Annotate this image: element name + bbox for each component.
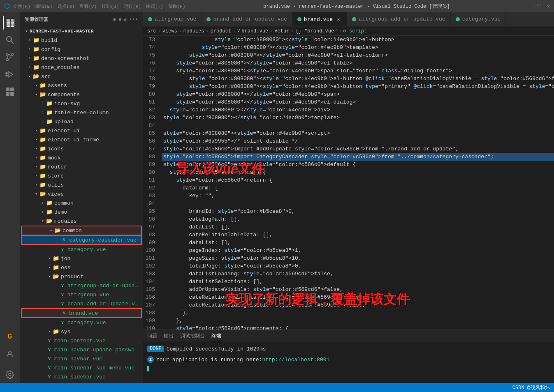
menu-help[interactable]: 帮助(H) (168, 3, 185, 9)
tree-item-element-ui-theme[interactable]: › 📁 element-ui-theme (20, 135, 143, 144)
code-editor[interactable]: 导入该vue文件 实现了新的逻辑，覆盖掉该文件 73 style="color:… (143, 36, 554, 330)
tree-item-category-vue2[interactable]: V category.vue (20, 245, 143, 254)
bc-views[interactable]: views (162, 28, 177, 34)
tree-item-modules[interactable]: ▾ 📂 modules (20, 217, 143, 226)
explorer-activity-icon[interactable] (3, 16, 17, 30)
tree-item-store[interactable]: › 📁 store (20, 171, 143, 180)
tree-item-assets[interactable]: › 📁 assets (20, 81, 143, 90)
tree-item-utils[interactable]: › 📁 utils (20, 180, 143, 189)
bc-modules[interactable]: modules (183, 28, 204, 34)
search-activity-icon[interactable] (3, 33, 17, 47)
menu-run[interactable]: 运行(R) (124, 3, 141, 9)
folder-icon: 📁 (53, 255, 59, 262)
folder-icon: 📁 (39, 145, 46, 152)
tree-item-src[interactable]: ▾ 📂 src (20, 72, 143, 81)
line-code: catelogPath: [], (162, 215, 554, 223)
git-activity-icon[interactable] (3, 50, 17, 64)
tree-item-element-ui[interactable]: › 📁 element-ui (20, 126, 143, 135)
tree-item-brand-vue[interactable]: V brand.vue (21, 309, 141, 318)
tree-item-router[interactable]: › 📁 router (20, 162, 143, 171)
settings-icon[interactable] (3, 367, 17, 381)
tree-item-attrgroup-add[interactable]: V attrgroup-add-or-update.vue (20, 281, 143, 290)
tree-item-brand-add[interactable]: V brand-add-or-update.vue (20, 299, 143, 308)
panel-tab-terminal[interactable]: 终端 (211, 330, 221, 342)
demo-screenshot-arrow: › (26, 55, 33, 62)
bc-script[interactable]: ⚙ script (343, 28, 367, 34)
gitlens-activity-icon[interactable]: G (3, 330, 17, 344)
line-number: 102 (143, 262, 162, 270)
tree-item-demo[interactable]: › 📁 demo (20, 208, 143, 217)
tab-category[interactable]: category.vue (451, 12, 506, 26)
panel-done-line: DONE Compiled successfully in 1029ms (147, 345, 550, 353)
new-file-icon[interactable]: ⊕ (113, 17, 116, 22)
folder-icon: 📁 (46, 200, 53, 206)
panel-tab-output[interactable]: 输出 (164, 330, 174, 342)
tree-item-mock[interactable]: › 📁 mock (20, 153, 143, 162)
tree-item-demo-screenshot[interactable]: › 📁 demo-screenshot (20, 54, 143, 63)
vue-file-icon: V (59, 282, 66, 289)
folder-icon: 📁 (46, 109, 53, 116)
tree-item-main-navbar[interactable]: V main-navbar.vue (20, 354, 143, 363)
tree-item-config[interactable]: › 📁 config (20, 45, 143, 54)
more-actions-icon[interactable]: ••• (130, 17, 138, 22)
tree-item-main-navbar-update[interactable]: V main-navbar-update-password.vue (20, 345, 143, 354)
tree-item-node-modules[interactable]: › 📁 node_modules (20, 63, 143, 72)
line-number: 88 (143, 153, 162, 161)
tab-brand-add[interactable]: brand-add-or-update.vue (202, 12, 292, 26)
tab-brand[interactable]: brand.vue ✕ (292, 12, 347, 26)
tree-item-attrgroup[interactable]: V attrgroup.vue (20, 290, 143, 299)
element-ui-theme-arrow: › (33, 136, 39, 143)
tab-close-icon[interactable]: ✕ (335, 16, 342, 23)
refresh-icon[interactable]: ↺ (124, 17, 127, 22)
tree-item-oss[interactable]: › 📁 oss (20, 263, 143, 272)
line-number: 97 (143, 223, 162, 231)
bc-product[interactable]: product (211, 28, 231, 34)
bc-vetur[interactable]: Vetur (274, 28, 289, 34)
tab-attrgroup-add[interactable]: attrgroup-add-or-update.vue (347, 12, 451, 26)
tree-item-product[interactable]: ▾ 📂 product (20, 272, 143, 281)
bc-src[interactable]: src (147, 28, 156, 34)
menu-terminal[interactable]: 终端(T) (146, 3, 163, 9)
tree-item-views[interactable]: ▾ 📂 views (20, 189, 143, 198)
line-number: 74 (143, 44, 162, 51)
tree-item-main-sidebar-sub[interactable]: V main-sidebar-sub-menu.vue (20, 363, 143, 372)
menu-goto[interactable]: 转到(G) (102, 3, 119, 9)
tree-item-components[interactable]: ▾ 📂 components (20, 90, 143, 99)
menu-file[interactable]: 文件(F) (13, 3, 30, 9)
extensions-activity-icon[interactable] (3, 85, 17, 99)
tree-item-category-vue3[interactable]: V category.vue (20, 318, 143, 327)
line-number: 110 (143, 325, 162, 330)
tree-item-main-content[interactable]: V main-content.vue (20, 336, 143, 345)
tree-item-sys[interactable]: › 📁 sys (20, 327, 143, 336)
new-folder-icon[interactable]: ⊕ (118, 17, 121, 22)
tree-item-views-common[interactable]: › 📁 common (20, 198, 143, 208)
vue-file-icon: V (59, 319, 66, 326)
svg-point-4 (7, 54, 9, 56)
tree-item-table-tree-column[interactable]: › 📁 table-tree-column (20, 108, 143, 117)
tree-item-icon-svg[interactable]: › 📁 icon-svg (20, 99, 143, 108)
menu-edit[interactable]: 编辑(E) (35, 3, 53, 9)
menu-view[interactable]: 查看(V) (79, 3, 97, 9)
panel-tab-debug[interactable]: 调试控制台 (180, 330, 205, 342)
tree-item-icons[interactable]: › 📁 icons (20, 144, 143, 153)
line-code: style="color:#808080"></style="color:#4e… (162, 114, 554, 122)
account-icon[interactable] (3, 347, 17, 361)
bc-brand-vue-2[interactable]: {} "brand.vue" (296, 28, 337, 34)
tree-item-upload[interactable]: › 📁 upload (20, 117, 143, 126)
line-number: 96 (143, 215, 162, 223)
tree-item-build[interactable]: › 📁 build (20, 36, 143, 45)
panel-tab-problems[interactable]: 问题 (147, 330, 157, 342)
line-code: }, (162, 309, 554, 317)
tree-item-main-sidebar[interactable]: V main-sidebar.vue (20, 372, 143, 381)
menu-select[interactable]: 选择(S) (58, 3, 75, 9)
spacer (54, 237, 61, 243)
tree-root[interactable]: ▾ RENREN-FAST-VUE-MASTER (20, 27, 143, 36)
tree-item-modules-common[interactable]: ▾ 📂 common (21, 226, 141, 235)
sidebar-actions: ⊕ ⊕ ↺ ••• (113, 17, 138, 22)
tree-item-job[interactable]: › 📁 job (20, 254, 143, 263)
line-code: style="color:#808080"><style="color:#4ec… (162, 129, 554, 137)
tab-attrgroup[interactable]: attrgroup.vue (143, 12, 202, 26)
bc-brand-vue[interactable]: brand.vue (241, 28, 268, 34)
tree-item-category-cascader[interactable]: V category-cascader.vue (21, 235, 141, 244)
debug-activity-icon[interactable] (3, 67, 17, 81)
